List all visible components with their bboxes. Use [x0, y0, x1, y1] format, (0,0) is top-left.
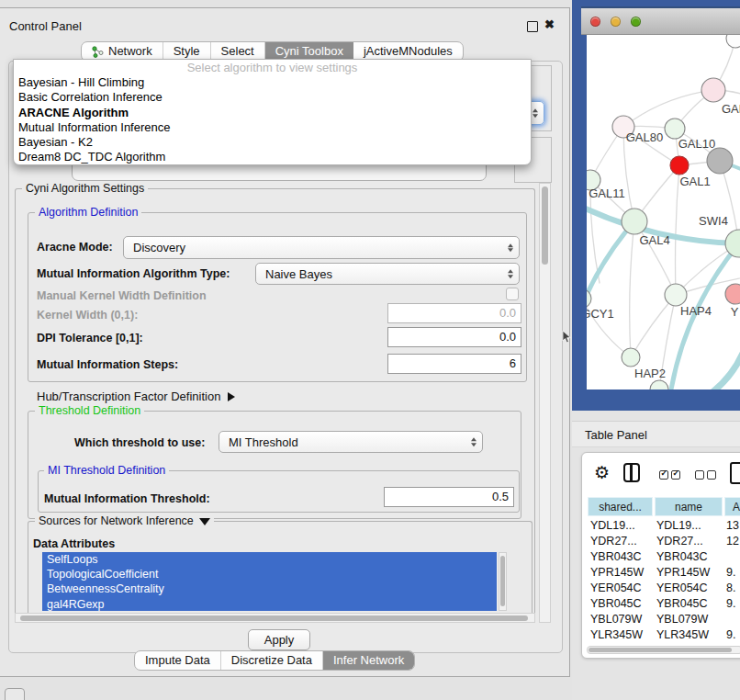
document-icon[interactable]: [730, 462, 740, 484]
table-cell[interactable]: 9.: [726, 565, 735, 581]
tab-impute-data[interactable]: Impute Data: [135, 651, 221, 670]
scrollbar-thumb[interactable]: [589, 648, 732, 652]
sources-toggle[interactable]: Sources for Network Inference: [35, 514, 214, 527]
table-row[interactable]: YBR045CYBR045C9.: [582, 596, 740, 612]
mi-threshold-field[interactable]: 0.5: [384, 487, 514, 507]
algorithm-option[interactable]: Basic Correlation Inference: [14, 90, 531, 105]
attribute-list-item[interactable]: SelfLoops: [42, 552, 497, 567]
table-cell[interactable]: YBR045C: [590, 596, 642, 612]
mi-algorithm-type-combo[interactable]: Naive Bayes: [255, 263, 520, 285]
table-cell[interactable]: 13: [726, 518, 739, 534]
network-node-gcy1[interactable]: [587, 289, 591, 308]
apply-button[interactable]: Apply: [248, 629, 310, 650]
table-cell[interactable]: YBR045C: [656, 596, 708, 612]
column-header-clipped[interactable]: A: [724, 497, 740, 516]
table-horizontal-scrollbar[interactable]: [587, 646, 740, 654]
algorithm-option[interactable]: Bayesian - K2: [14, 135, 531, 150]
column-layout-icon[interactable]: [623, 463, 640, 482]
table-cell[interactable]: 9: [726, 643, 733, 645]
table-cell[interactable]: YIL052C: [656, 643, 701, 645]
which-threshold-combo[interactable]: MI Threshold: [219, 431, 483, 453]
tab-cyni-toolbox[interactable]: Cyni Toolbox: [265, 42, 353, 61]
hub-definition-toggle[interactable]: Hub/Transcription Factor Definition: [37, 390, 235, 403]
network-node-hap2[interactable]: [622, 348, 640, 367]
table-row[interactable]: YIL052CYIL052C9: [582, 643, 740, 645]
table-cell[interactable]: YBL079W: [656, 612, 708, 627]
network-node-gal10[interactable]: [665, 119, 685, 139]
close-icon[interactable]: ✖: [544, 17, 555, 31]
select-all-checkboxes-icon[interactable]: [659, 470, 680, 480]
tab-jactivemnodules[interactable]: jActiveMNodules: [353, 42, 463, 61]
table-cell[interactable]: YLR345W: [590, 627, 643, 643]
kernel-width-field[interactable]: 0.0: [387, 303, 521, 323]
table-cell[interactable]: YER054C: [590, 581, 642, 596]
table-cell[interactable]: YLR345W: [656, 627, 709, 643]
mi-steps-field[interactable]: 6: [387, 354, 521, 374]
algorithm-option[interactable]: Bayesian - Hill Climbing: [14, 75, 531, 90]
attribute-list-item[interactable]: gal4RGexp: [42, 597, 497, 611]
table-cell[interactable]: YBR043C: [656, 549, 708, 565]
table-cell[interactable]: YDR27...: [590, 534, 637, 549]
network-window-titlebar[interactable]: [581, 6, 740, 35]
table-cell[interactable]: YDR27...: [656, 534, 703, 549]
vertical-scrollbar[interactable]: [539, 183, 551, 623]
network-edge[interactable]: [701, 349, 740, 390]
table-cell[interactable]: YBL079W: [590, 612, 642, 627]
table-cell[interactable]: YER054C: [656, 581, 708, 596]
table-cell[interactable]: 8.: [726, 581, 735, 596]
tab-network[interactable]: Network: [82, 42, 163, 61]
table-cell[interactable]: YDL19...: [590, 518, 635, 534]
network-node-hap4[interactable]: [665, 284, 687, 306]
network-node[interactable]: [726, 35, 740, 48]
list-scrollbar[interactable]: [499, 552, 507, 611]
tab-infer-network[interactable]: Infer Network: [323, 651, 414, 670]
network-view-canvas[interactable]: GALGAL80GAL10GAL1GAL11GAL4SWI4GCY1HAP4YH…: [587, 35, 740, 390]
float-window-icon[interactable]: [527, 21, 538, 32]
traffic-light-zoom[interactable]: [631, 17, 641, 27]
table-cell[interactable]: YPR145W: [590, 565, 644, 581]
network-node-swi4[interactable]: [725, 230, 740, 257]
network-node-gal1[interactable]: [670, 156, 689, 175]
aracne-mode-combo[interactable]: Discovery: [123, 236, 520, 259]
table-row[interactable]: YDL19...YDL19...13: [582, 518, 740, 534]
network-node-gal[interactable]: [701, 78, 725, 102]
scrollbar-thumb[interactable]: [542, 186, 548, 265]
column-header-shared-name[interactable]: shared...: [588, 497, 653, 516]
tab-discretize-data[interactable]: Discretize Data: [221, 651, 323, 670]
traffic-light-minimize[interactable]: [611, 17, 621, 27]
table-row[interactable]: YLR345WYLR345W9.: [582, 627, 740, 643]
gear-icon[interactable]: ⚙: [594, 464, 610, 481]
table-cell[interactable]: YBR043C: [590, 549, 642, 565]
network-node-gal4[interactable]: [622, 209, 647, 234]
table-row[interactable]: YBR043CYBR043C: [582, 549, 740, 565]
network-edge[interactable]: [676, 165, 679, 295]
scrollbar-thumb[interactable]: [500, 556, 505, 606]
deselect-all-checkboxes-icon[interactable]: [695, 470, 716, 480]
column-header-name[interactable]: name: [655, 497, 723, 516]
table-cell[interactable]: 9.: [726, 596, 735, 612]
tab-select[interactable]: Select: [211, 42, 265, 61]
dpi-tolerance-field[interactable]: 0.0: [387, 327, 521, 347]
table-row[interactable]: YDR27...YDR27...12: [582, 534, 740, 549]
table-cell[interactable]: 9.: [726, 627, 735, 643]
table-row[interactable]: YBL079WYBL079W: [582, 612, 740, 627]
attribute-list-item[interactable]: TopologicalCoefficient: [42, 567, 497, 581]
table-row[interactable]: YER054CYER054C8.: [582, 581, 740, 596]
table-cell[interactable]: 12: [726, 534, 739, 549]
network-node[interactable]: [650, 380, 668, 390]
algorithm-option[interactable]: ARACNE Algorithm: [14, 106, 531, 120]
tab-style[interactable]: Style: [163, 42, 211, 61]
traffic-light-close[interactable]: [590, 17, 600, 27]
algorithm-option[interactable]: Mutual Information Inference: [14, 120, 531, 135]
algorithm-option[interactable]: Dream8 DC_TDC Algorithm: [14, 150, 531, 164]
attribute-list-item[interactable]: BetweennessCentrality: [42, 581, 497, 596]
network-node[interactable]: [707, 148, 733, 174]
table-cell[interactable]: YIL052C: [590, 643, 635, 645]
network-edge[interactable]: [630, 221, 634, 357]
network-node-y[interactable]: [725, 284, 740, 304]
minimized-panel-icon[interactable]: [5, 688, 25, 700]
scrollbar-thumb[interactable]: [20, 615, 528, 621]
table-cell[interactable]: YDL19...: [656, 518, 701, 534]
table-row[interactable]: YPR145WYPR145W9.: [582, 565, 740, 581]
horizontal-scrollbar[interactable]: [15, 613, 535, 623]
